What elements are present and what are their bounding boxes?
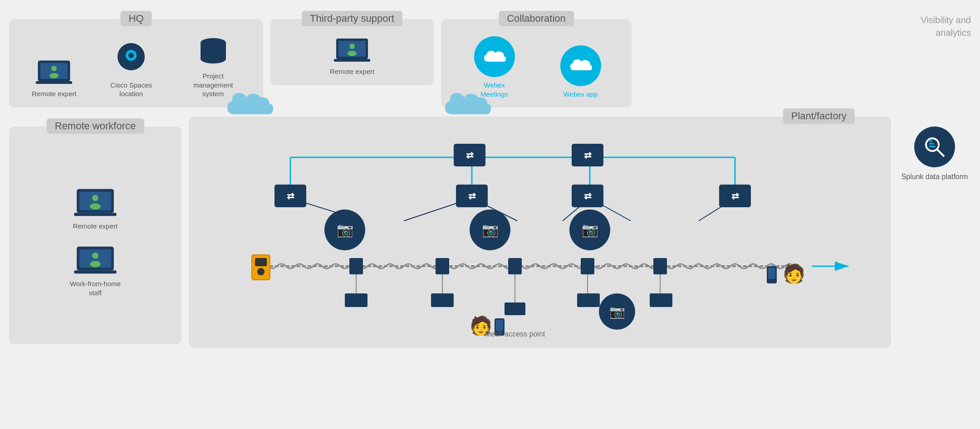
hq-cisco-spaces-label: Cisco Spaces location (104, 81, 158, 98)
svg-rect-55 (431, 293, 454, 307)
svg-text:⇄: ⇄ (468, 191, 476, 201)
collab-title: Collaboration (499, 11, 574, 26)
database-icon (197, 36, 229, 68)
svg-text:⇄: ⇄ (466, 150, 474, 160)
svg-rect-46 (508, 258, 522, 274)
svg-rect-19 (334, 59, 370, 62)
rw-wfh-staff-label: Work-from-home staff (68, 279, 122, 297)
svg-point-87 (257, 268, 265, 275)
svg-text:⇄: ⇄ (584, 191, 592, 201)
svg-rect-54 (345, 293, 368, 307)
webex-meetings-icon (474, 36, 515, 77)
third-party-title: Third-party support (302, 11, 402, 26)
rw-remote-expert-label: Remote expert (73, 222, 118, 231)
third-party-remote-expert-label: Remote expert (330, 67, 374, 76)
hq-cisco-spaces: Cisco Spaces location (104, 41, 158, 98)
splunk-area: Splunk data platform (898, 127, 971, 182)
third-party-remote-expert: Remote expert (330, 36, 374, 76)
network-plant-area: SD-WAN Internet Plant/factory (189, 117, 891, 348)
svg-text:📷: 📷 (337, 222, 354, 238)
svg-point-91 (926, 138, 939, 151)
remote-workforce-panel: Remote workforce Remote expert (9, 127, 181, 344)
third-party-panel: Third-party support Remote expert (270, 19, 434, 85)
svg-rect-48 (653, 258, 667, 274)
remote-workforce-title: Remote workforce (47, 118, 144, 134)
svg-rect-86 (255, 258, 267, 266)
svg-point-2 (51, 66, 57, 71)
svg-rect-45 (436, 258, 449, 274)
svg-text:🧑: 🧑 (783, 263, 805, 284)
splunk-label: Splunk data platform (902, 172, 968, 182)
rw-wfh-laptop-icon (73, 244, 118, 276)
svg-point-17 (349, 44, 355, 49)
svg-rect-84 (768, 268, 775, 279)
svg-point-23 (90, 203, 100, 210)
svg-text:⇄: ⇄ (731, 191, 739, 201)
svg-line-92 (937, 149, 944, 156)
rw-remote-expert: Remote expert (73, 186, 118, 231)
cloud-webex-app-icon (569, 58, 592, 73)
svg-text:📷: 📷 (609, 304, 625, 319)
plant-factory-title: Plant/factory (783, 108, 855, 124)
svg-text:📷: 📷 (482, 222, 499, 238)
tp-laptop-icon (334, 36, 370, 63)
visibility-label: Visibility and analytics (903, 14, 971, 39)
svg-rect-47 (581, 258, 594, 274)
location-pin-icon (115, 41, 147, 77)
splunk-search-icon (922, 135, 947, 160)
webex-app: Webex app (560, 45, 601, 99)
cloud-webex-icon (483, 49, 506, 65)
bottom-row: Remote workforce Remote expert (9, 117, 971, 348)
svg-point-14 (201, 54, 226, 63)
webex-app-icon (560, 45, 601, 86)
svg-rect-56 (505, 302, 525, 315)
svg-text:📷: 📷 (582, 222, 599, 238)
svg-rect-58 (650, 293, 672, 307)
hq-content: Remote expert Cisco Spaces location (18, 32, 254, 98)
rw-wfh-staff: Work-from-home staff (68, 244, 122, 297)
third-party-content: Remote expert (279, 32, 425, 76)
svg-point-18 (348, 51, 357, 56)
remote-workforce-content: Remote expert Work-from-home staff (18, 139, 172, 335)
plant-factory-panel: Plant/factory (189, 117, 891, 348)
svg-point-22 (92, 195, 98, 201)
collab-content: Webex Meetings Webex app (450, 32, 622, 98)
svg-rect-29 (74, 271, 116, 274)
svg-point-28 (90, 261, 100, 268)
svg-text:Mesh access point: Mesh access point (485, 330, 545, 338)
svg-text:⇄: ⇄ (287, 191, 294, 201)
hq-remote-expert-label: Remote expert (32, 89, 76, 98)
svg-rect-24 (74, 213, 116, 216)
svg-point-7 (128, 53, 134, 58)
svg-text:⇄: ⇄ (584, 150, 592, 160)
hq-remote-expert: Remote expert (32, 58, 76, 98)
webex-app-label: Webex app (564, 90, 598, 99)
main-container: HQ Remote expert (0, 0, 980, 429)
rw-laptop-icon (73, 186, 118, 218)
svg-point-3 (49, 73, 59, 78)
svg-point-27 (92, 253, 98, 259)
svg-rect-4 (36, 81, 72, 84)
svg-rect-57 (577, 293, 600, 307)
hq-title: HQ (121, 11, 152, 26)
svg-rect-81 (496, 320, 503, 331)
network-diagram-svg: ⇄ ⇄ ⇄ ⇄ ⇄ ⇄ � (198, 130, 882, 339)
svg-rect-44 (349, 258, 363, 274)
splunk-icon (914, 127, 955, 167)
laptop-icon (36, 58, 72, 86)
